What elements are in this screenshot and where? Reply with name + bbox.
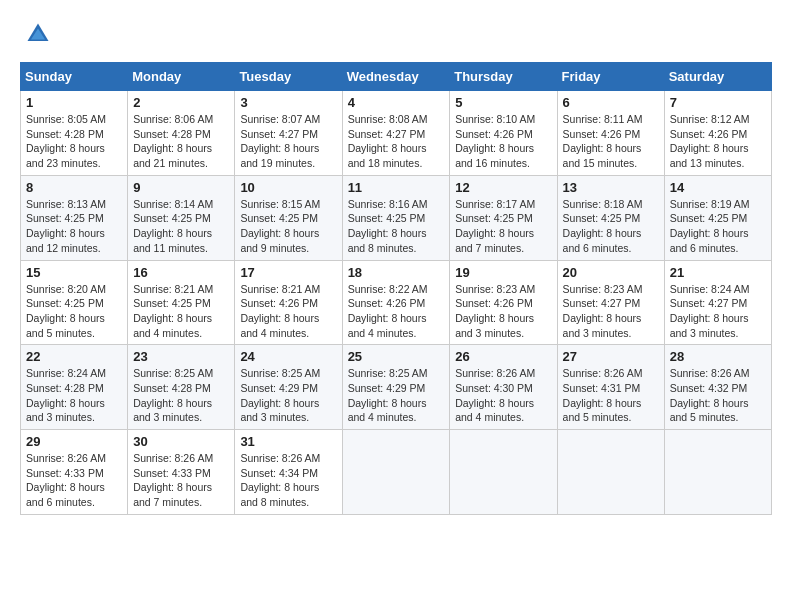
day-number: 6: [563, 95, 659, 110]
day-info: Sunrise: 8:13 AM Sunset: 4:25 PM Dayligh…: [26, 197, 122, 256]
day-info: Sunrise: 8:07 AM Sunset: 4:27 PM Dayligh…: [240, 112, 336, 171]
calendar-cell: 17 Sunrise: 8:21 AM Sunset: 4:26 PM Dayl…: [235, 260, 342, 345]
week-row-1: 1 Sunrise: 8:05 AM Sunset: 4:28 PM Dayli…: [21, 91, 772, 176]
day-number: 1: [26, 95, 122, 110]
day-info: Sunrise: 8:16 AM Sunset: 4:25 PM Dayligh…: [348, 197, 445, 256]
calendar-cell: 14 Sunrise: 8:19 AM Sunset: 4:25 PM Dayl…: [664, 175, 771, 260]
calendar-cell: 9 Sunrise: 8:14 AM Sunset: 4:25 PM Dayli…: [128, 175, 235, 260]
day-number: 19: [455, 265, 551, 280]
day-info: Sunrise: 8:21 AM Sunset: 4:25 PM Dayligh…: [133, 282, 229, 341]
day-info: Sunrise: 8:26 AM Sunset: 4:32 PM Dayligh…: [670, 366, 766, 425]
day-number: 9: [133, 180, 229, 195]
calendar-cell: [342, 430, 450, 515]
day-number: 22: [26, 349, 122, 364]
calendar-cell: 24 Sunrise: 8:25 AM Sunset: 4:29 PM Dayl…: [235, 345, 342, 430]
calendar-cell: 10 Sunrise: 8:15 AM Sunset: 4:25 PM Dayl…: [235, 175, 342, 260]
weekday-header-saturday: Saturday: [664, 63, 771, 91]
day-number: 4: [348, 95, 445, 110]
calendar-cell: 2 Sunrise: 8:06 AM Sunset: 4:28 PM Dayli…: [128, 91, 235, 176]
logo: [20, 20, 52, 52]
calendar-cell: 6 Sunrise: 8:11 AM Sunset: 4:26 PM Dayli…: [557, 91, 664, 176]
day-info: Sunrise: 8:20 AM Sunset: 4:25 PM Dayligh…: [26, 282, 122, 341]
calendar-cell: 26 Sunrise: 8:26 AM Sunset: 4:30 PM Dayl…: [450, 345, 557, 430]
calendar-cell: 25 Sunrise: 8:25 AM Sunset: 4:29 PM Dayl…: [342, 345, 450, 430]
calendar-cell: 31 Sunrise: 8:26 AM Sunset: 4:34 PM Dayl…: [235, 430, 342, 515]
calendar-cell: 3 Sunrise: 8:07 AM Sunset: 4:27 PM Dayli…: [235, 91, 342, 176]
calendar-cell: 27 Sunrise: 8:26 AM Sunset: 4:31 PM Dayl…: [557, 345, 664, 430]
day-number: 29: [26, 434, 122, 449]
calendar-cell: 19 Sunrise: 8:23 AM Sunset: 4:26 PM Dayl…: [450, 260, 557, 345]
calendar-cell: [664, 430, 771, 515]
day-info: Sunrise: 8:14 AM Sunset: 4:25 PM Dayligh…: [133, 197, 229, 256]
day-number: 3: [240, 95, 336, 110]
day-info: Sunrise: 8:23 AM Sunset: 4:27 PM Dayligh…: [563, 282, 659, 341]
day-number: 31: [240, 434, 336, 449]
weekday-header-monday: Monday: [128, 63, 235, 91]
day-number: 26: [455, 349, 551, 364]
logo-icon: [24, 20, 52, 48]
day-info: Sunrise: 8:19 AM Sunset: 4:25 PM Dayligh…: [670, 197, 766, 256]
day-number: 8: [26, 180, 122, 195]
day-number: 20: [563, 265, 659, 280]
day-info: Sunrise: 8:26 AM Sunset: 4:33 PM Dayligh…: [133, 451, 229, 510]
day-info: Sunrise: 8:21 AM Sunset: 4:26 PM Dayligh…: [240, 282, 336, 341]
day-number: 28: [670, 349, 766, 364]
day-number: 5: [455, 95, 551, 110]
calendar-cell: 7 Sunrise: 8:12 AM Sunset: 4:26 PM Dayli…: [664, 91, 771, 176]
week-row-5: 29 Sunrise: 8:26 AM Sunset: 4:33 PM Dayl…: [21, 430, 772, 515]
day-number: 21: [670, 265, 766, 280]
calendar-cell: [450, 430, 557, 515]
day-info: Sunrise: 8:24 AM Sunset: 4:28 PM Dayligh…: [26, 366, 122, 425]
page-header: [20, 20, 772, 52]
day-info: Sunrise: 8:26 AM Sunset: 4:30 PM Dayligh…: [455, 366, 551, 425]
calendar-cell: 18 Sunrise: 8:22 AM Sunset: 4:26 PM Dayl…: [342, 260, 450, 345]
day-number: 15: [26, 265, 122, 280]
weekday-header-thursday: Thursday: [450, 63, 557, 91]
calendar-cell: 20 Sunrise: 8:23 AM Sunset: 4:27 PM Dayl…: [557, 260, 664, 345]
calendar-cell: 29 Sunrise: 8:26 AM Sunset: 4:33 PM Dayl…: [21, 430, 128, 515]
weekday-header-wednesday: Wednesday: [342, 63, 450, 91]
day-info: Sunrise: 8:22 AM Sunset: 4:26 PM Dayligh…: [348, 282, 445, 341]
day-number: 2: [133, 95, 229, 110]
day-number: 13: [563, 180, 659, 195]
calendar-cell: 12 Sunrise: 8:17 AM Sunset: 4:25 PM Dayl…: [450, 175, 557, 260]
weekday-header-sunday: Sunday: [21, 63, 128, 91]
calendar-cell: 28 Sunrise: 8:26 AM Sunset: 4:32 PM Dayl…: [664, 345, 771, 430]
day-number: 30: [133, 434, 229, 449]
day-info: Sunrise: 8:08 AM Sunset: 4:27 PM Dayligh…: [348, 112, 445, 171]
day-info: Sunrise: 8:26 AM Sunset: 4:33 PM Dayligh…: [26, 451, 122, 510]
day-info: Sunrise: 8:12 AM Sunset: 4:26 PM Dayligh…: [670, 112, 766, 171]
day-number: 11: [348, 180, 445, 195]
day-info: Sunrise: 8:26 AM Sunset: 4:31 PM Dayligh…: [563, 366, 659, 425]
calendar-cell: 22 Sunrise: 8:24 AM Sunset: 4:28 PM Dayl…: [21, 345, 128, 430]
day-info: Sunrise: 8:18 AM Sunset: 4:25 PM Dayligh…: [563, 197, 659, 256]
week-row-2: 8 Sunrise: 8:13 AM Sunset: 4:25 PM Dayli…: [21, 175, 772, 260]
day-info: Sunrise: 8:11 AM Sunset: 4:26 PM Dayligh…: [563, 112, 659, 171]
day-info: Sunrise: 8:24 AM Sunset: 4:27 PM Dayligh…: [670, 282, 766, 341]
day-info: Sunrise: 8:06 AM Sunset: 4:28 PM Dayligh…: [133, 112, 229, 171]
week-row-3: 15 Sunrise: 8:20 AM Sunset: 4:25 PM Dayl…: [21, 260, 772, 345]
calendar-cell: 13 Sunrise: 8:18 AM Sunset: 4:25 PM Dayl…: [557, 175, 664, 260]
calendar-cell: 8 Sunrise: 8:13 AM Sunset: 4:25 PM Dayli…: [21, 175, 128, 260]
calendar-cell: 4 Sunrise: 8:08 AM Sunset: 4:27 PM Dayli…: [342, 91, 450, 176]
calendar-cell: 16 Sunrise: 8:21 AM Sunset: 4:25 PM Dayl…: [128, 260, 235, 345]
day-number: 24: [240, 349, 336, 364]
day-info: Sunrise: 8:15 AM Sunset: 4:25 PM Dayligh…: [240, 197, 336, 256]
day-number: 16: [133, 265, 229, 280]
day-number: 14: [670, 180, 766, 195]
calendar-cell: 5 Sunrise: 8:10 AM Sunset: 4:26 PM Dayli…: [450, 91, 557, 176]
calendar-cell: 30 Sunrise: 8:26 AM Sunset: 4:33 PM Dayl…: [128, 430, 235, 515]
day-info: Sunrise: 8:23 AM Sunset: 4:26 PM Dayligh…: [455, 282, 551, 341]
day-number: 12: [455, 180, 551, 195]
calendar-cell: 15 Sunrise: 8:20 AM Sunset: 4:25 PM Dayl…: [21, 260, 128, 345]
day-info: Sunrise: 8:17 AM Sunset: 4:25 PM Dayligh…: [455, 197, 551, 256]
day-info: Sunrise: 8:25 AM Sunset: 4:29 PM Dayligh…: [348, 366, 445, 425]
day-info: Sunrise: 8:05 AM Sunset: 4:28 PM Dayligh…: [26, 112, 122, 171]
calendar-cell: [557, 430, 664, 515]
calendar-cell: 21 Sunrise: 8:24 AM Sunset: 4:27 PM Dayl…: [664, 260, 771, 345]
weekday-header-tuesday: Tuesday: [235, 63, 342, 91]
day-info: Sunrise: 8:25 AM Sunset: 4:29 PM Dayligh…: [240, 366, 336, 425]
weekday-header-row: SundayMondayTuesdayWednesdayThursdayFrid…: [21, 63, 772, 91]
calendar-cell: 11 Sunrise: 8:16 AM Sunset: 4:25 PM Dayl…: [342, 175, 450, 260]
day-number: 27: [563, 349, 659, 364]
